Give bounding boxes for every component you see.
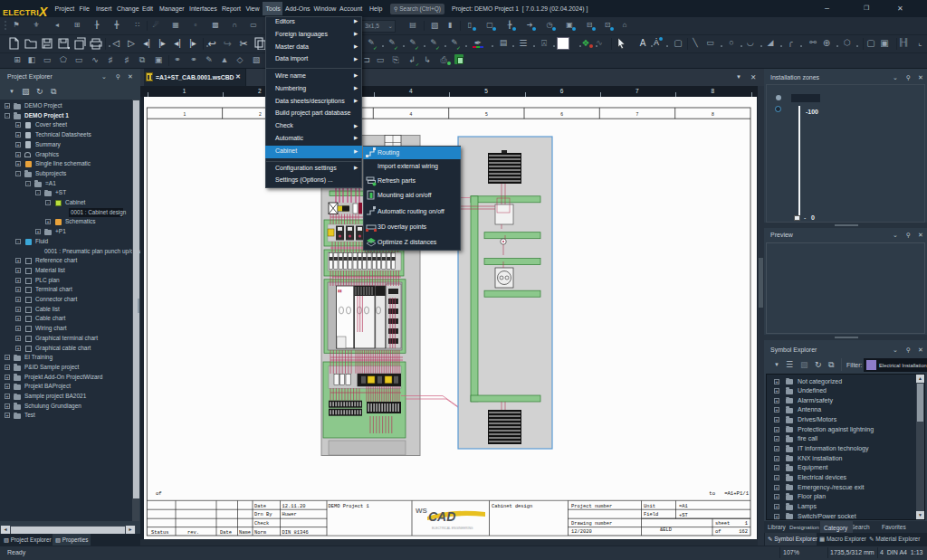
svg-text:▮▮: ▮▮ bbox=[338, 289, 341, 293]
svg-text:Project number: Project number bbox=[571, 504, 612, 509]
svg-text:6: 6 bbox=[560, 111, 563, 117]
svg-text:rev.: rev. bbox=[187, 530, 199, 536]
svg-text:Field: Field bbox=[644, 512, 658, 517]
svg-text:ELECTRICAL ENGINEERING: ELECTRICAL ENGINEERING bbox=[432, 527, 473, 530]
svg-text:Status: Status bbox=[151, 530, 168, 536]
svg-text:Date: Date bbox=[254, 504, 266, 509]
svg-text:DIN 81346: DIN 81346 bbox=[282, 530, 309, 536]
svg-text:Huwer: Huwer bbox=[282, 512, 297, 517]
svg-text:Unit: Unit bbox=[644, 504, 655, 509]
svg-text:4: 4 bbox=[410, 111, 413, 117]
svg-text:+ST: +ST bbox=[679, 513, 688, 518]
svg-text:Drn By: Drn By bbox=[254, 512, 272, 517]
svg-text:12/2020: 12/2020 bbox=[571, 529, 592, 535]
svg-text:sheet: sheet bbox=[715, 521, 730, 527]
svg-text:=A1: =A1 bbox=[679, 504, 688, 509]
svg-text:Cabinet design: Cabinet design bbox=[492, 504, 532, 509]
svg-text:12.11.20: 12.11.20 bbox=[282, 504, 306, 509]
svg-text:Drawing number: Drawing number bbox=[571, 521, 612, 527]
svg-text:CAD: CAD bbox=[428, 509, 455, 524]
svg-text:Date: Date bbox=[220, 530, 232, 536]
svg-text:of: of bbox=[156, 490, 162, 497]
svg-text:DEMO Project 1: DEMO Project 1 bbox=[329, 504, 369, 509]
svg-text:162: 162 bbox=[739, 529, 748, 535]
svg-text:2: 2 bbox=[259, 111, 262, 117]
svg-text:to =A1+P1/1: to =A1+P1/1 bbox=[709, 490, 749, 497]
svg-text:of: of bbox=[715, 529, 721, 535]
svg-text:WS: WS bbox=[416, 507, 428, 515]
svg-text:1: 1 bbox=[184, 111, 186, 117]
svg-text:&ELD: &ELD bbox=[660, 527, 672, 533]
svg-text:Norm: Norm bbox=[254, 530, 266, 536]
svg-text:1: 1 bbox=[745, 521, 748, 527]
svg-text:8: 8 bbox=[712, 111, 714, 117]
svg-text:Check: Check bbox=[254, 521, 269, 527]
svg-text:7: 7 bbox=[636, 111, 639, 117]
svg-text:5: 5 bbox=[485, 111, 488, 117]
svg-text:Name: Name bbox=[239, 530, 251, 536]
